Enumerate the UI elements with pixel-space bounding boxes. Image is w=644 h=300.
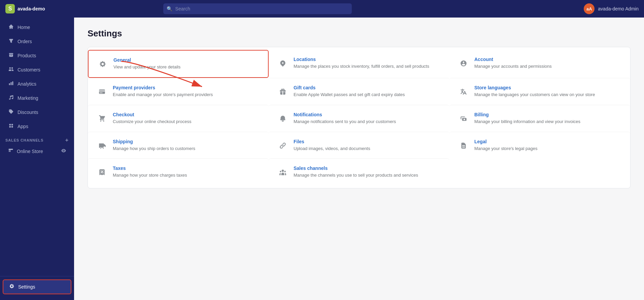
locations-desc: Manage the places you stock inventory, f… (294, 63, 441, 70)
settings-icon (9, 283, 15, 290)
avatar[interactable]: aA (584, 3, 595, 14)
sidebar-label-discounts: Discounts (18, 110, 38, 115)
shipping-icon (96, 140, 108, 152)
store-languages-icon (457, 86, 470, 98)
legal-icon (457, 140, 470, 152)
notifications-icon (277, 113, 289, 125)
account-title: Account (474, 57, 622, 62)
sidebar-label-marketing: Marketing (18, 95, 38, 101)
notifications-title: Notifications (294, 112, 441, 117)
shipping-desc: Manage how you ship orders to customers (113, 146, 261, 152)
sidebar-item-products[interactable]: Products (3, 49, 71, 62)
store-languages-title: Store languages (474, 85, 622, 90)
settings-item-files[interactable]: Files Upload images, videos, and documen… (269, 132, 449, 159)
taxes-icon (96, 166, 108, 178)
locations-title: Locations (294, 57, 441, 62)
settings-item-payment-providers[interactable]: Payment providers Enable and manage your… (88, 78, 269, 105)
topbar-right: aA avada-demo Admin (584, 3, 639, 14)
settings-grid: General View and update your store detai… (88, 47, 631, 188)
apps-icon (8, 123, 14, 130)
home-icon (8, 24, 14, 31)
sidebar-item-analytics[interactable]: Analytics (3, 77, 71, 91)
add-sales-channel-button[interactable]: + (65, 138, 69, 143)
settings-item-shipping[interactable]: Shipping Manage how you ship orders to c… (88, 132, 269, 159)
billing-title: Billing (474, 112, 622, 117)
sidebar-item-online-store[interactable]: Online Store (3, 145, 71, 158)
sidebar-label-customers: Customers (18, 67, 40, 72)
taxes-desc: Manage how your store charges taxes (113, 172, 261, 179)
sidebar-item-settings[interactable]: Settings (3, 279, 71, 294)
locations-icon (277, 57, 289, 69)
analytics-icon (8, 81, 14, 87)
checkout-desc: Customize your online checkout process (113, 119, 261, 125)
online-store-label: Online Store (17, 149, 43, 154)
sidebar-label-products: Products (18, 53, 36, 58)
payment-providers-title: Payment providers (113, 85, 261, 90)
sidebar-label-analytics: Analytics (18, 81, 36, 87)
settings-item-locations[interactable]: Locations Manage the places you stock in… (269, 50, 449, 78)
sidebar-bottom: Settings (0, 276, 74, 297)
sidebar: Home Orders Products Customers Analytics (0, 18, 74, 300)
settings-item-gift-cards[interactable]: Gift cards Enable Apple Wallet passes an… (269, 78, 449, 105)
shopify-icon: S (5, 4, 15, 13)
billing-desc: Manage your billing information and view… (474, 119, 622, 125)
customers-icon (8, 66, 14, 73)
payment-providers-icon (96, 86, 108, 98)
sidebar-item-home[interactable]: Home (3, 21, 71, 34)
gift-cards-icon (277, 86, 289, 98)
legal-title: Legal (474, 139, 622, 144)
brand-name: avada-demo (18, 6, 45, 11)
legal-desc: Manage your store's legal pages (474, 146, 622, 152)
search-bar[interactable]: 🔍 (163, 3, 352, 14)
layout: Home Orders Products Customers Analytics (0, 18, 644, 300)
settings-item-general[interactable]: General View and update your store detai… (88, 50, 269, 78)
general-desc: View and update your store details (113, 64, 260, 70)
gift-cards-desc: Enable Apple Wallet passes and set gift … (294, 92, 441, 98)
files-title: Files (294, 139, 441, 144)
admin-name: avada-demo Admin (598, 6, 639, 11)
sales-channels-section: SALES CHANNELS + (0, 133, 74, 144)
discounts-icon (8, 109, 14, 116)
billing-icon (457, 113, 470, 125)
main-content: Settings General View and update your st… (74, 18, 644, 300)
products-icon (8, 52, 14, 59)
settings-item-notifications[interactable]: Notifications Manage notifications sent … (269, 105, 449, 132)
sidebar-item-customers[interactable]: Customers (3, 63, 71, 77)
settings-item-legal[interactable]: Legal Manage your store's legal pages (449, 132, 630, 159)
taxes-title: Taxes (113, 166, 261, 171)
search-input[interactable] (163, 3, 352, 14)
sidebar-item-apps[interactable]: Apps (3, 120, 71, 133)
checkout-title: Checkout (113, 112, 261, 117)
sales-channels-icon (277, 166, 289, 178)
online-store-icon (8, 148, 13, 154)
account-icon (457, 57, 470, 69)
sales-channels-title: Sales channels (294, 166, 441, 171)
files-desc: Upload images, videos, and documents (294, 146, 441, 152)
sidebar-label-apps: Apps (18, 124, 28, 129)
sidebar-item-orders[interactable]: Orders (3, 35, 71, 48)
shipping-title: Shipping (113, 139, 261, 144)
sidebar-item-discounts[interactable]: Discounts (3, 106, 71, 119)
sales-channels-desc: Manage the channels you use to sell your… (294, 172, 441, 179)
search-icon: 🔍 (167, 6, 172, 11)
topbar: S avada-demo 🔍 aA avada-demo Admin (0, 0, 644, 18)
settings-item-taxes[interactable]: Taxes Manage how your store charges taxe… (88, 158, 269, 185)
settings-item-billing[interactable]: Billing Manage your billing information … (449, 105, 630, 132)
settings-item-checkout[interactable]: Checkout Customize your online checkout … (88, 105, 269, 132)
settings-item-store-languages[interactable]: Store languages Manage the languages you… (449, 78, 630, 105)
settings-item-sales-channels[interactable]: Sales channels Manage the channels you u… (269, 158, 449, 185)
page-title: Settings (88, 28, 631, 39)
sidebar-label-home: Home (18, 25, 30, 30)
sidebar-label-orders: Orders (18, 39, 32, 44)
settings-item-account[interactable]: Account Manage your accounts and permiss… (449, 50, 630, 78)
store-languages-desc: Manage the languages your customers can … (474, 92, 622, 98)
brand-logo[interactable]: S avada-demo (5, 4, 45, 13)
general-title: General (113, 57, 260, 63)
account-desc: Manage your accounts and permissions (474, 63, 622, 70)
marketing-icon (8, 95, 14, 101)
gift-cards-title: Gift cards (294, 85, 441, 90)
checkout-icon (96, 113, 108, 125)
sidebar-item-marketing[interactable]: Marketing (3, 91, 71, 105)
payment-providers-desc: Enable and manage your store's payment p… (113, 92, 261, 98)
eye-icon[interactable] (61, 148, 66, 154)
